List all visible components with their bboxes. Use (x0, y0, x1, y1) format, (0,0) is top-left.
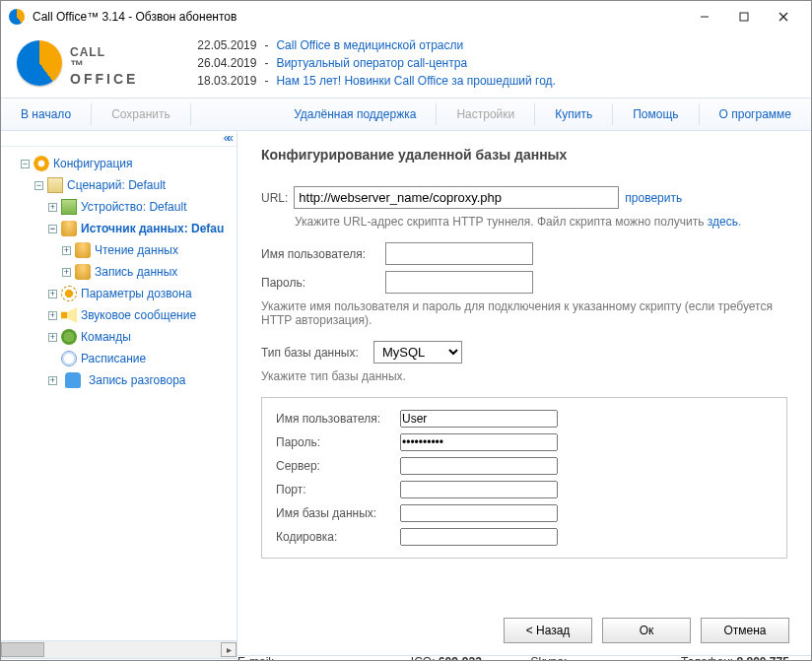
dbtype-hint: Укажите тип базы данных. (261, 369, 787, 383)
logo: CALL™ OFFICE (17, 40, 138, 86)
tree-scenario[interactable]: −Сценарий: Default (33, 174, 233, 196)
db-name-label: Имя базы данных: (276, 506, 394, 520)
svg-rect-1 (740, 13, 748, 21)
http-user-label: Имя пользователя: (261, 247, 379, 261)
news-date: 18.03.2019 (197, 72, 256, 90)
tree-record[interactable]: +Запись разговора (46, 369, 233, 391)
news-link[interactable]: Виртуальный оператор call-центра (276, 54, 467, 72)
clock-icon (61, 351, 77, 366)
db-port-input[interactable] (400, 481, 558, 498)
tree-commands[interactable]: +Команды (46, 326, 233, 348)
http-user-input[interactable] (385, 242, 533, 265)
close-button[interactable] (764, 3, 803, 31)
news-date: 26.04.2019 (197, 54, 256, 72)
cancel-button[interactable]: Отмена (701, 618, 789, 643)
gear-icon (61, 286, 77, 301)
db-name-input[interactable] (400, 504, 558, 522)
tree-dial[interactable]: +Параметры дозвона (46, 283, 233, 304)
url-hint: Укажите URL-адрес скрипта HTTP туннеля. … (295, 215, 787, 229)
toolbar-help[interactable]: Помощь (623, 103, 688, 125)
logo-mark-icon (17, 40, 62, 86)
http-pass-label: Пароль: (261, 276, 379, 290)
header: CALL™ OFFICE 22.05.2019-Call Office в ме… (1, 33, 811, 98)
dbtype-select[interactable]: MySQL (373, 341, 462, 364)
news-link[interactable]: Нам 15 лет! Новинки Call Office за проше… (276, 72, 555, 90)
sidebar: «« −Конфигурация −Сценарий: Default +Уст… (1, 131, 237, 661)
db-fieldset: Имя пользователя: Пароль: Сервер: Порт: … (261, 397, 787, 559)
tree-device[interactable]: +Устройство: Default (46, 196, 233, 218)
toolbar: В начало Сохранить Удалённая поддержка Н… (1, 98, 811, 131)
db-pass-label: Пароль: (276, 435, 394, 449)
separator (190, 103, 191, 125)
db-pass-input[interactable] (400, 433, 558, 451)
dbtype-label: Тип базы данных: (261, 346, 368, 360)
play-icon (61, 329, 77, 345)
auth-hint: Укажите имя пользователя и пароль для по… (261, 299, 787, 327)
tree-schedule[interactable]: +Расписание (46, 348, 233, 369)
http-pass-input[interactable] (385, 271, 533, 294)
separator (612, 103, 613, 125)
toolbar-buy[interactable]: Купить (545, 103, 602, 125)
toolbar-about[interactable]: О программе (710, 103, 801, 125)
collapse-sidebar-button[interactable]: «« (1, 131, 237, 147)
document-icon (47, 177, 63, 193)
db-user-label: Имя пользователя: (276, 412, 394, 426)
database-icon (61, 221, 77, 236)
microphone-icon (65, 372, 81, 388)
toolbar-save: Сохранить (102, 103, 180, 125)
db-server-label: Сервер: (276, 459, 394, 473)
separator (91, 103, 92, 125)
window-title: Call Office™ 3.14 - Обзвон абонентов (33, 10, 685, 24)
url-input[interactable] (294, 186, 619, 209)
logo-text: CALL™ OFFICE (70, 40, 138, 86)
tree-read[interactable]: +Чтение данных (60, 239, 233, 261)
db-enc-label: Кодировка: (276, 530, 394, 544)
page-title: Конфигурирование удаленной базы данных (261, 147, 787, 163)
tree-config[interactable]: −Конфигурация (19, 153, 233, 174)
button-bar: < Назад Ок Отмена (237, 610, 811, 655)
speaker-icon (61, 307, 77, 323)
tree-datasource[interactable]: −Источник данных: Defau (46, 218, 233, 239)
tree-write[interactable]: +Запись данных (60, 261, 233, 283)
maximize-button[interactable] (724, 3, 764, 31)
minimize-button[interactable] (685, 3, 724, 31)
logo-line2: OFFICE (70, 73, 138, 86)
separator (436, 103, 437, 125)
titlebar: Call Office™ 3.14 - Обзвон абонентов (1, 1, 811, 33)
url-label: URL: (261, 191, 288, 205)
news-date: 22.05.2019 (197, 36, 256, 54)
scrollbar-thumb[interactable] (1, 642, 44, 657)
toolbar-remote[interactable]: Удалённая поддержка (284, 103, 426, 125)
gear-icon (34, 156, 49, 171)
database-icon (75, 242, 91, 258)
back-button[interactable]: < Назад (504, 618, 592, 643)
database-icon (75, 264, 91, 280)
separator (534, 103, 535, 125)
toolbar-settings[interactable]: Настройки (446, 103, 524, 125)
scroll-right-arrow[interactable]: ▸ (221, 642, 237, 657)
ok-button[interactable]: Ок (602, 618, 691, 643)
horizontal-scrollbar[interactable]: ▸ (1, 640, 237, 658)
config-tree[interactable]: −Конфигурация −Сценарий: Default +Устрой… (1, 147, 237, 640)
db-port-label: Порт: (276, 483, 394, 496)
tree-sound[interactable]: +Звуковое сообщение (46, 304, 233, 326)
db-enc-input[interactable] (400, 528, 558, 546)
toolbar-home[interactable]: В начало (11, 103, 81, 125)
check-url-link[interactable]: проверить (625, 191, 682, 205)
device-icon (61, 199, 77, 215)
app-icon (9, 9, 25, 25)
main-panel: Конфигурирование удаленной базы данных U… (237, 131, 811, 661)
db-server-input[interactable] (400, 457, 558, 475)
db-user-input[interactable] (400, 410, 558, 428)
footer: E-mail: support@calloffice.ru | ICQ: 609… (237, 655, 811, 661)
here-link[interactable]: здесь (708, 215, 738, 229)
news-link[interactable]: Call Office в медицинской отрасли (276, 36, 463, 54)
separator (699, 103, 700, 125)
news-feed: 22.05.2019-Call Office в медицинской отр… (197, 36, 556, 90)
